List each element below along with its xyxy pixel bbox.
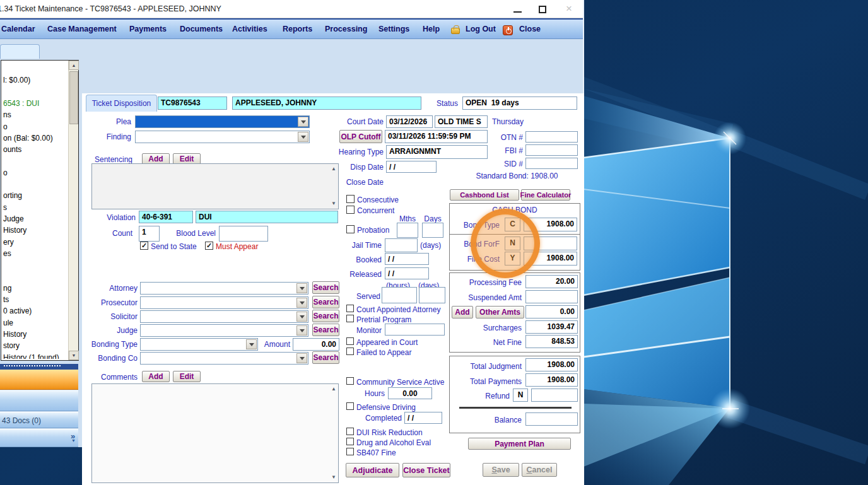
tree-item[interactable]: l: $0.00) <box>1 74 67 86</box>
sidebar-splitter[interactable] <box>0 364 78 370</box>
otn-field[interactable] <box>525 131 578 143</box>
attorney-search-button[interactable]: Search <box>312 281 339 294</box>
net-fine-field[interactable]: 848.53 <box>525 335 578 348</box>
title-bar[interactable]: 1.34 Ticket Maintenance - TC9876543 - AP… <box>0 0 583 18</box>
dropdown-arrow-icon[interactable] <box>296 298 307 308</box>
total-payments-field[interactable]: 1908.00 <box>525 373 578 387</box>
served-hours-field[interactable] <box>382 287 417 303</box>
menu-close[interactable]: Close <box>519 25 541 33</box>
other-amts-button[interactable]: Other Amts <box>476 306 524 318</box>
olp-cutoff-field[interactable]: 03/11/2026 11:59:59 PM <box>385 130 488 143</box>
attorney-dropdown[interactable] <box>140 282 308 295</box>
comments-textarea[interactable]: ▲ ▼ <box>91 383 339 483</box>
sid-field[interactable] <box>525 158 578 169</box>
probation-checkbox[interactable] <box>346 225 355 233</box>
consecutive-checkbox[interactable] <box>346 195 355 203</box>
balance-field[interactable] <box>525 412 578 426</box>
sb407-checkbox[interactable] <box>346 448 354 455</box>
count-field[interactable]: 1 <box>139 226 160 242</box>
tree-item[interactable]: es <box>1 248 67 259</box>
solicitor-search-button[interactable]: Search <box>312 310 339 322</box>
tree-item[interactable]: on (Bal: $0.00) <box>1 132 67 144</box>
payment-plan-button[interactable]: Payment Plan <box>468 438 571 450</box>
tree-item-dui[interactable]: 6543 : DUI <box>1 98 67 109</box>
dropdown-arrow-icon[interactable] <box>296 283 307 293</box>
violation-desc-field[interactable]: DUI <box>196 211 338 223</box>
concurrent-checkbox[interactable] <box>346 206 355 214</box>
sentencing-textarea[interactable]: ▲ ▼ <box>91 163 339 209</box>
tree-item[interactable]: Judge <box>1 213 67 225</box>
save-button[interactable]: Save <box>483 463 519 477</box>
tab-ticket-disposition[interactable]: Ticket Disposition <box>86 95 157 112</box>
menu-log-out[interactable]: Log Out <box>466 25 496 33</box>
menu-activities[interactable]: Activities <box>232 25 267 33</box>
menu-case-management[interactable]: Case Management <box>47 25 117 33</box>
accordion-bar-bottom[interactable]: » ▼ <box>0 429 78 447</box>
refund-amount-field[interactable] <box>531 389 578 402</box>
pretrial-program-checkbox[interactable] <box>346 315 354 322</box>
schedule-dropdown[interactable]: OLD TIME S <box>435 115 488 128</box>
bonding-co-search-button[interactable]: Search <box>312 351 339 364</box>
tree-item[interactable]: ng <box>1 283 67 294</box>
tree-item[interactable]: story <box>1 340 67 351</box>
tree-item[interactable]: ns <box>1 109 67 120</box>
status-field[interactable]: OPEN 19 days <box>462 96 577 110</box>
amount-field[interactable]: 0.00 <box>293 338 339 351</box>
bonding-co-dropdown[interactable] <box>140 352 308 365</box>
dui-risk-checkbox[interactable] <box>346 428 354 435</box>
accordion-bar-active[interactable] <box>0 370 78 390</box>
comments-edit-button[interactable]: Edit <box>173 371 201 382</box>
scroll-up-button[interactable]: ▲ <box>69 61 79 70</box>
menu-calendar[interactable]: Calendar <box>1 25 35 33</box>
minimize-button[interactable] <box>508 0 527 18</box>
tree-item[interactable]: ery <box>1 236 67 247</box>
adjudicate-button[interactable]: Adjudicate <box>346 463 399 477</box>
accordion-bar[interactable] <box>0 390 78 411</box>
comments-add-button[interactable]: Add <box>142 371 170 382</box>
tree-item[interactable]: History <box>1 329 67 340</box>
completed-field[interactable]: / / <box>404 412 442 424</box>
finding-dropdown[interactable] <box>135 131 310 143</box>
dropdown-arrow-icon[interactable] <box>246 339 257 349</box>
drug-alcohol-eval-checkbox[interactable] <box>346 438 354 445</box>
scroll-up-icon[interactable]: ▲ <box>331 387 336 392</box>
total-judgment-field[interactable]: 1908.00 <box>525 358 578 371</box>
court-date-field[interactable]: 03/12/2026 <box>386 115 433 128</box>
tree-item[interactable]: History <box>1 225 67 236</box>
sidebar-tab[interactable] <box>0 44 40 59</box>
prosecutor-search-button[interactable]: Search <box>312 296 339 308</box>
blood-level-field[interactable] <box>219 226 268 242</box>
tree-item[interactable]: History (1 found) <box>1 351 67 359</box>
violation-code-field[interactable]: 40-6-391 <box>139 211 193 223</box>
tree-item[interactable]: ts <box>1 294 67 305</box>
menu-reports[interactable]: Reports <box>283 25 312 33</box>
menu-settings[interactable]: Settings <box>378 25 409 33</box>
maximize-button[interactable] <box>533 0 552 18</box>
tree-item[interactable]: orting <box>1 190 67 201</box>
send-to-state-checkbox[interactable] <box>140 242 148 250</box>
jail-time-field[interactable] <box>385 238 418 252</box>
menu-payments[interactable]: Payments <box>129 25 167 33</box>
dropdown-arrow-icon[interactable] <box>298 132 308 142</box>
released-field[interactable]: / / <box>385 267 429 279</box>
must-appear-checkbox[interactable] <box>205 242 213 250</box>
probation-days-field[interactable] <box>422 223 443 238</box>
scroll-down-button[interactable]: ▼ <box>69 351 79 360</box>
community-service-checkbox[interactable] <box>346 377 354 385</box>
judge-dropdown[interactable] <box>140 324 308 337</box>
dropdown-arrow-icon[interactable] <box>296 312 307 322</box>
ticket-number-field[interactable]: TC9876543 <box>158 96 227 110</box>
tree-item[interactable]: ounts <box>1 144 67 155</box>
accordion-bar-docs[interactable]: 43 Docs (0) <box>0 412 78 428</box>
tree-scrollbar[interactable]: ▲ ▼ <box>68 61 78 360</box>
other-amts-add-button[interactable]: Add <box>452 306 473 318</box>
cashbond-list-button[interactable]: Cashbond List <box>450 189 519 201</box>
booked-field[interactable]: / / <box>385 253 429 265</box>
scroll-down-icon[interactable]: ▼ <box>331 475 336 480</box>
failed-to-appear-checkbox[interactable] <box>346 348 354 355</box>
scroll-up-icon[interactable]: ▲ <box>331 167 336 172</box>
menu-documents[interactable]: Documents <box>180 25 223 33</box>
plea-dropdown[interactable] <box>135 115 310 128</box>
menu-processing[interactable]: Processing <box>325 25 367 33</box>
dropdown-arrow-icon[interactable] <box>296 353 307 363</box>
